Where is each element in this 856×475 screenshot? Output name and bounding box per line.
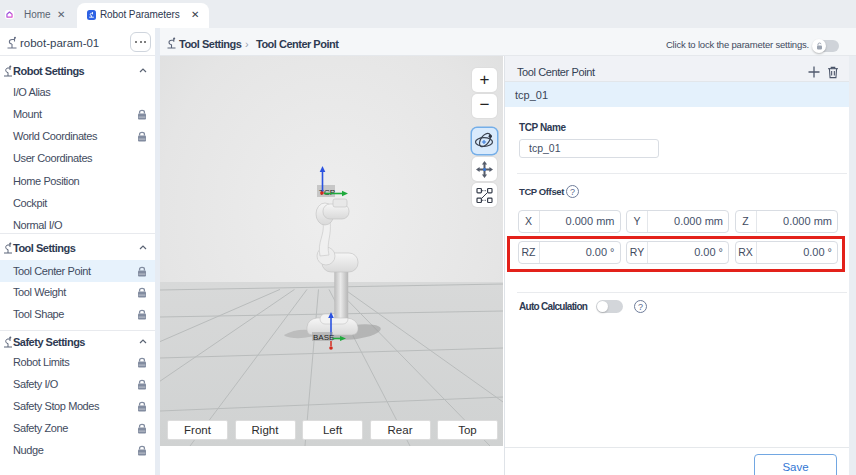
svg-text:BASE: BASE [313,333,334,342]
